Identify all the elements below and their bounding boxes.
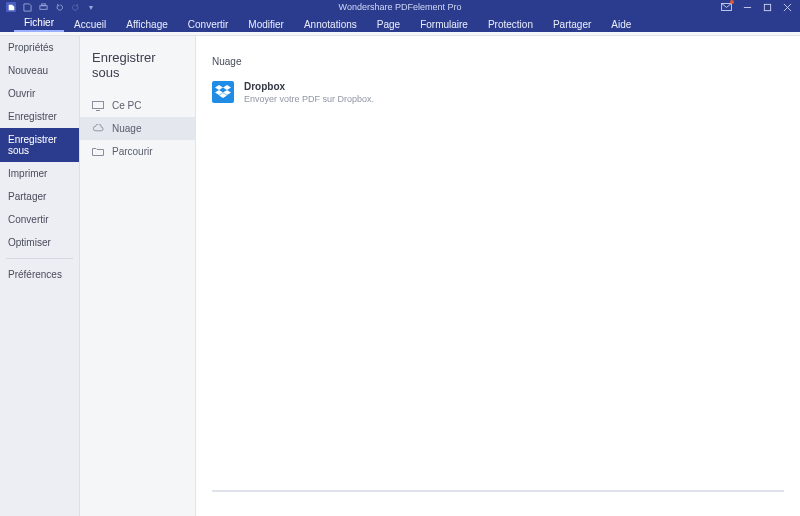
print-icon[interactable] xyxy=(38,2,48,12)
tab-aide[interactable]: Aide xyxy=(601,16,641,32)
location-label: Nuage xyxy=(112,123,141,134)
file-menu-ouvrir[interactable]: Ouvrir xyxy=(0,82,79,105)
file-menu-enregistrer[interactable]: Enregistrer xyxy=(0,105,79,128)
file-menu-partager[interactable]: Partager xyxy=(0,185,79,208)
file-menu-enregistrer-sous[interactable]: Enregistrer sous xyxy=(0,128,79,162)
quick-access-toolbar: ▾ xyxy=(0,2,96,12)
cloud-section-title: Nuage xyxy=(212,56,784,67)
svg-rect-4 xyxy=(764,4,770,10)
folder-icon xyxy=(92,147,104,157)
provider-description: Envoyer votre PDF sur Dropbox. xyxy=(244,94,374,104)
file-menu-convertir[interactable]: Convertir xyxy=(0,208,79,231)
location-parcourir[interactable]: Parcourir xyxy=(80,140,195,163)
provider-name: Dropbox xyxy=(244,81,374,92)
location-ce-pc[interactable]: Ce PC xyxy=(80,94,195,117)
tab-fichier[interactable]: Fichier xyxy=(14,14,64,32)
tab-modifier[interactable]: Modifier xyxy=(238,16,294,32)
workspace: Propriétés Nouveau Ouvrir Enregistrer En… xyxy=(0,36,800,516)
window-controls xyxy=(720,0,800,14)
provider-dropbox[interactable]: Dropbox Envoyer votre PDF sur Dropbox. xyxy=(212,81,472,104)
svg-rect-0 xyxy=(39,5,46,9)
tab-page[interactable]: Page xyxy=(367,16,410,32)
provider-text: Dropbox Envoyer votre PDF sur Dropbox. xyxy=(244,81,374,104)
notification-icon[interactable] xyxy=(720,2,732,12)
svg-rect-1 xyxy=(41,3,45,5)
tab-annotations[interactable]: Annotations xyxy=(294,16,367,32)
tab-partager[interactable]: Partager xyxy=(543,16,601,32)
undo-icon[interactable] xyxy=(54,2,64,12)
qat-dropdown-icon[interactable]: ▾ xyxy=(86,2,96,12)
saveas-locations-panel: Enregistrer sous Ce PC Nuage Parcourir xyxy=(80,36,196,516)
monitor-icon xyxy=(92,101,104,111)
svg-rect-7 xyxy=(93,101,104,108)
app-title: Wondershare PDFelement Pro xyxy=(0,2,800,12)
title-bar: ▾ Wondershare PDFelement Pro xyxy=(0,0,800,14)
file-menu-optimiser[interactable]: Optimiser xyxy=(0,231,79,254)
bottom-shelf xyxy=(212,490,784,504)
tab-affichage[interactable]: Affichage xyxy=(116,16,178,32)
minimize-button[interactable] xyxy=(742,2,752,12)
file-menu-proprietes[interactable]: Propriétés xyxy=(0,36,79,59)
location-label: Parcourir xyxy=(112,146,153,157)
maximize-button[interactable] xyxy=(762,2,772,12)
save-icon[interactable] xyxy=(22,2,32,12)
saveas-content-pane: Nuage Dropbox Envoyer votre PDF sur Drop… xyxy=(196,36,800,516)
tab-protection[interactable]: Protection xyxy=(478,16,543,32)
file-menu-imprimer[interactable]: Imprimer xyxy=(0,162,79,185)
dropbox-icon xyxy=(212,81,234,103)
ribbon-tabs: Fichier Accueil Affichage Convertir Modi… xyxy=(0,14,800,32)
saveas-heading: Enregistrer sous xyxy=(80,36,195,94)
tab-convertir[interactable]: Convertir xyxy=(178,16,239,32)
redo-icon[interactable] xyxy=(70,2,80,12)
file-menu-preferences[interactable]: Préférences xyxy=(0,263,79,286)
tab-accueil[interactable]: Accueil xyxy=(64,16,116,32)
location-nuage[interactable]: Nuage xyxy=(80,117,195,140)
file-menu-sidebar: Propriétés Nouveau Ouvrir Enregistrer En… xyxy=(0,36,80,516)
close-button[interactable] xyxy=(782,2,792,12)
tab-formulaire[interactable]: Formulaire xyxy=(410,16,478,32)
file-menu-nouveau[interactable]: Nouveau xyxy=(0,59,79,82)
location-label: Ce PC xyxy=(112,100,141,111)
file-menu-separator xyxy=(6,258,73,259)
app-logo-icon xyxy=(6,2,16,12)
cloud-icon xyxy=(92,124,104,134)
